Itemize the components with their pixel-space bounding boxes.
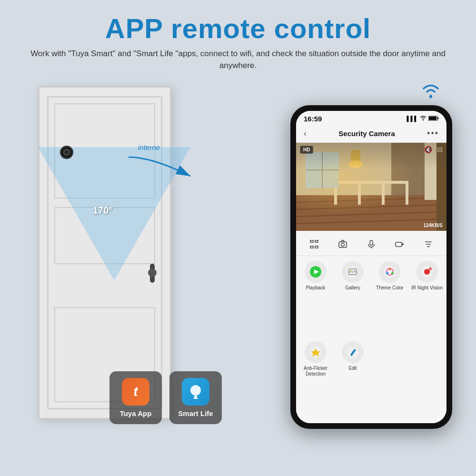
anti-flicker-label: Anti-Flicker Detection xyxy=(298,366,333,377)
svg-rect-35 xyxy=(396,242,402,247)
microphone-button[interactable] xyxy=(363,236,380,253)
page-title: APP remote control xyxy=(29,13,447,44)
arrow-svg xyxy=(124,152,200,186)
smartlife-app-item: Smart Life xyxy=(169,371,222,424)
tuya-app-item: t Tuya App xyxy=(109,371,162,424)
feed-icons: 🔇 ⊟ xyxy=(424,146,443,153)
smartlife-app-icon xyxy=(182,378,209,406)
tuya-app-label: Tuya App xyxy=(120,409,152,417)
house-porch-overlay xyxy=(296,143,446,231)
svg-rect-30 xyxy=(315,246,318,248)
back-button[interactable]: ‹ xyxy=(304,129,307,139)
svg-point-48 xyxy=(391,272,394,274)
camera-title: Security Camera xyxy=(338,129,395,138)
svg-rect-6 xyxy=(429,117,436,120)
signal-icon: ▌▌▌ xyxy=(407,116,418,121)
playback-icon-circle xyxy=(305,261,327,283)
main-content: 170° interne t Tuya App xyxy=(0,77,476,448)
gallery-label: Gallery xyxy=(345,285,360,291)
camera-feed: HD 🔇 ⊟ 124KB/S xyxy=(296,143,446,231)
anti-flicker-icon-circle xyxy=(305,341,327,363)
feature-ir-night-vision[interactable]: 6 IR Night Vision xyxy=(409,261,445,335)
playback-label: Playback xyxy=(306,285,326,291)
feature-edit[interactable]: Edit xyxy=(335,341,370,421)
svg-text:6: 6 xyxy=(430,268,431,270)
ir-night-vision-icon-circle: 6 xyxy=(416,261,438,283)
menu-button[interactable] xyxy=(420,236,437,253)
svg-rect-27 xyxy=(310,240,313,242)
tuya-letter: t xyxy=(133,384,138,399)
header-subtitle: Work with "Tuya Smart" and "Smart Life "… xyxy=(29,48,447,72)
smartlife-app-label: Smart Life xyxy=(178,409,213,417)
theme-color-icon-circle xyxy=(379,261,401,283)
arrow-label: interne xyxy=(124,143,200,186)
tuya-app-icon: t xyxy=(122,378,149,406)
gallery-icon-circle xyxy=(342,261,364,283)
feature-playback[interactable]: Playback xyxy=(298,261,333,335)
smartlife-svg-icon xyxy=(187,383,204,400)
feature-anti-flicker[interactable]: Anti-Flicker Detection xyxy=(298,341,333,421)
phone-frame: 16:59 ▌▌▌ xyxy=(290,105,452,429)
svg-marker-36 xyxy=(402,243,404,246)
edit-icon-circle xyxy=(342,341,364,363)
svg-point-3 xyxy=(429,95,432,98)
hd-badge: HD xyxy=(300,146,313,154)
phone-screen: 16:59 ▌▌▌ xyxy=(296,111,446,423)
door-section: 170° interne t Tuya App xyxy=(0,77,267,448)
wifi-svg xyxy=(419,81,443,100)
security-camera xyxy=(60,146,73,159)
mute-icon[interactable]: 🔇 xyxy=(424,146,432,153)
record-button[interactable] xyxy=(391,236,408,253)
edit-label: Edit xyxy=(348,366,357,371)
svg-point-32 xyxy=(341,243,345,246)
phone-controls xyxy=(296,231,446,256)
app-logos: t Tuya App Smart Life xyxy=(109,371,222,424)
feature-grid: Playback Gallery Theme Col xyxy=(296,256,446,423)
wifi-status-icon xyxy=(420,116,426,122)
fov-degree-label: 170° xyxy=(93,205,112,216)
phone-status-icons: ▌▌▌ xyxy=(407,116,439,122)
more-button[interactable]: ••• xyxy=(427,129,439,139)
house-image xyxy=(296,143,446,231)
feature-theme-color[interactable]: Theme Color xyxy=(372,261,407,335)
svg-point-49 xyxy=(386,272,388,274)
phone-time: 16:59 xyxy=(304,115,322,123)
header-section: APP remote control Work with "Tuya Smart… xyxy=(0,0,476,77)
svg-rect-33 xyxy=(370,240,373,245)
internet-text: interne xyxy=(138,143,200,151)
svg-point-4 xyxy=(423,119,424,120)
feature-gallery[interactable]: Gallery xyxy=(335,261,370,335)
svg-rect-7 xyxy=(438,117,439,119)
ir-night-vision-label: IR Night Vision xyxy=(411,285,443,291)
snapshot-button[interactable] xyxy=(334,236,351,253)
phone-nav-bar: ‹ Security Camera ••• xyxy=(296,125,446,143)
phone-status-bar: 16:59 ▌▌▌ xyxy=(296,111,446,125)
speed-badge: 124KB/S xyxy=(423,223,443,228)
expand-icon[interactable]: ⊟ xyxy=(437,146,443,153)
phone-section: 16:59 ▌▌▌ xyxy=(281,77,471,457)
feed-toolbar: HD 🔇 ⊟ xyxy=(300,146,443,154)
svg-point-47 xyxy=(389,268,391,270)
theme-color-label: Theme Color xyxy=(376,285,404,291)
battery-icon xyxy=(428,116,439,122)
svg-rect-29 xyxy=(310,246,313,248)
fullscreen-button[interactable] xyxy=(306,236,323,253)
svg-point-44 xyxy=(350,270,352,271)
svg-rect-2 xyxy=(193,398,198,399)
svg-rect-28 xyxy=(315,240,318,242)
wifi-icon xyxy=(419,81,443,105)
